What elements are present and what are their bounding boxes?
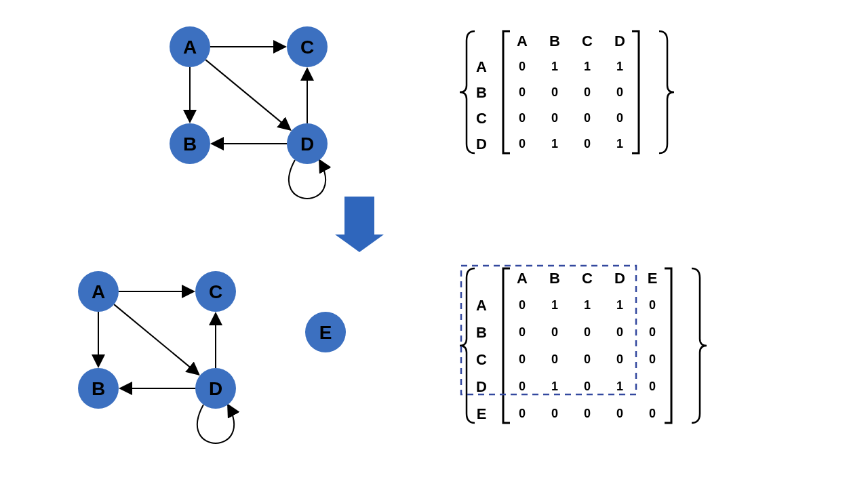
graph2-node-label-C: C <box>209 281 222 302</box>
matrix2-row-C: C <box>476 351 487 368</box>
matrix1-bracket-right <box>632 31 639 153</box>
graph1-node-label-A: A <box>183 37 197 58</box>
matrix2-cell-2-4: 0 <box>649 352 656 366</box>
graph2-edge-A-D <box>114 304 199 374</box>
matrix2-brace-left <box>460 268 475 423</box>
matrix2-bracket-left <box>503 268 510 423</box>
matrix2-col-C: C <box>582 270 593 287</box>
matrix2-cell-2-2: 0 <box>584 352 591 366</box>
graph1-node-label-D: D <box>300 134 314 155</box>
matrix2-row-B: B <box>476 324 487 341</box>
matrix2-cell-1-1: 0 <box>551 325 558 339</box>
matrix1-cell-2-2: 0 <box>584 111 591 125</box>
matrix2-cell-4-4: 0 <box>649 407 656 420</box>
matrix2-cell-1-3: 0 <box>616 325 623 339</box>
matrix2-brace-right <box>692 268 707 423</box>
matrix2-cell-2-3: 0 <box>616 352 623 366</box>
matrix1-row-D: D <box>476 136 487 152</box>
matrix1-row-C: C <box>476 110 487 127</box>
matrix2-row-D: D <box>476 378 487 395</box>
matrix1-cell-3-3: 1 <box>616 137 623 150</box>
matrix2-cell-3-1: 1 <box>551 380 558 393</box>
matrix2-cell-4-3: 0 <box>616 407 623 420</box>
matrix1-cell-0-3: 1 <box>616 60 623 73</box>
matrix1-row-B: B <box>476 84 487 101</box>
matrix1-row-A: A <box>476 58 487 75</box>
matrix1-cell-1-3: 0 <box>616 85 623 99</box>
matrix1-cell-0-0: 0 <box>519 60 526 73</box>
matrix2-row-A: A <box>476 297 487 314</box>
matrix1-col-C: C <box>582 33 593 49</box>
graph2-node-label-E: E <box>319 322 332 343</box>
down-arrow-icon <box>335 197 384 252</box>
matrix1-cell-1-2: 0 <box>584 85 591 99</box>
matrix2-col-B: B <box>549 270 560 287</box>
graph1-edge-A-D <box>205 60 290 129</box>
matrix2-cell-4-2: 0 <box>584 407 591 420</box>
matrix1-cell-2-3: 0 <box>616 111 623 125</box>
matrix1-brace-right <box>659 31 674 153</box>
graph1-node-label-B: B <box>183 134 197 155</box>
graph2-node-label-A: A <box>92 281 105 302</box>
matrix1-cell-3-0: 0 <box>519 137 526 150</box>
matrix1-col-A: A <box>517 33 528 49</box>
matrix1-cell-0-1: 1 <box>551 60 558 73</box>
matrix2-cell-0-1: 1 <box>551 298 558 312</box>
matrix2-cell-3-4: 0 <box>649 380 656 393</box>
graph1-edge-D-D <box>289 160 326 199</box>
matrix2-cell-0-0: 0 <box>519 298 526 312</box>
matrix1-brace-left <box>460 31 475 153</box>
matrix1-cell-0-2: 1 <box>584 60 591 73</box>
matrix2-col-D: D <box>614 270 625 287</box>
matrix2-col-E: E <box>648 270 658 287</box>
matrix2-col-A: A <box>517 270 528 287</box>
graph2-node-label-B: B <box>92 378 105 399</box>
matrix2-cell-1-2: 0 <box>584 325 591 339</box>
matrix2-cell-4-1: 0 <box>551 407 558 420</box>
matrix2-cell-0-4: 0 <box>649 298 656 312</box>
matrix2-bracket-right <box>665 268 671 423</box>
matrix1-col-D: D <box>614 33 625 49</box>
matrix2-cell-4-0: 0 <box>519 407 526 420</box>
matrix2-cell-0-2: 1 <box>584 298 591 312</box>
matrix2-cell-1-0: 0 <box>519 325 526 339</box>
graph2-edge-D-D <box>197 405 234 443</box>
matrix2-cell-2-0: 0 <box>519 352 526 366</box>
matrix2-cell-3-3: 1 <box>616 380 623 393</box>
matrix2-cell-1-4: 0 <box>649 325 656 339</box>
matrix1-cell-2-0: 0 <box>519 111 526 125</box>
matrix1-cell-3-2: 0 <box>584 137 591 150</box>
matrix1-bracket-left <box>503 31 510 153</box>
graph2-node-label-D: D <box>209 378 222 399</box>
matrix2-cell-3-2: 0 <box>584 380 591 393</box>
matrix1-cell-2-1: 0 <box>551 111 558 125</box>
matrix1-col-B: B <box>549 33 560 49</box>
matrix2-highlight-box <box>461 266 636 394</box>
matrix2-cell-2-1: 0 <box>551 352 558 366</box>
matrix1-cell-3-1: 1 <box>551 137 558 150</box>
matrix2-cell-3-0: 0 <box>519 380 526 393</box>
matrix2-row-E: E <box>477 405 487 422</box>
matrix2-cell-0-3: 1 <box>616 298 623 312</box>
matrix1-cell-1-1: 0 <box>551 85 558 99</box>
graph1-node-label-C: C <box>300 37 314 58</box>
matrix1-cell-1-0: 0 <box>519 85 526 99</box>
